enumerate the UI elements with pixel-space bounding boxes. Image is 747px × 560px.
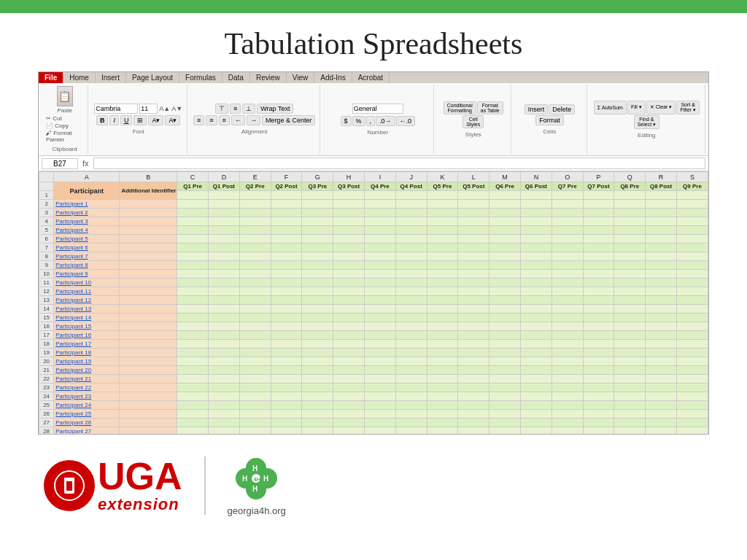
q-cell-10-9[interactable] xyxy=(458,270,489,279)
q-cell-14-5[interactable] xyxy=(333,305,365,314)
q-cell-4-9[interactable] xyxy=(458,217,489,226)
additional-id-14[interactable] xyxy=(120,305,177,314)
border-button[interactable]: ⊞ xyxy=(133,115,147,125)
q-cell-26-5[interactable] xyxy=(333,410,365,419)
q-cell-28-2[interactable] xyxy=(239,427,271,435)
q-cell-8-5[interactable] xyxy=(333,252,365,261)
q-cell-14-9[interactable] xyxy=(458,305,489,314)
q-cell-18-0[interactable] xyxy=(177,340,209,349)
q-cell-27-1[interactable] xyxy=(209,419,240,427)
q-cell-11-15[interactable] xyxy=(646,279,677,287)
q-cell-21-12[interactable] xyxy=(551,366,583,375)
q-cell-8-9[interactable] xyxy=(458,252,489,261)
q-cell-18-6[interactable] xyxy=(365,340,396,349)
q-cell-25-1[interactable] xyxy=(209,401,240,410)
q-cell-9-16[interactable] xyxy=(676,261,708,270)
q-cell-23-15[interactable] xyxy=(646,384,677,392)
participant-name-22[interactable]: Participant 21 xyxy=(54,375,120,384)
q-cell-22-9[interactable] xyxy=(458,375,489,384)
q-cell-7-13[interactable] xyxy=(583,244,614,252)
q-cell-18-1[interactable] xyxy=(209,340,240,349)
q-cell-17-7[interactable] xyxy=(395,331,427,340)
q-cell-16-5[interactable] xyxy=(333,322,365,331)
italic-button[interactable]: I xyxy=(109,115,119,125)
participant-name-17[interactable]: Participant 16 xyxy=(54,331,120,340)
q-cell-4-7[interactable] xyxy=(395,217,427,226)
q-cell-3-0[interactable] xyxy=(177,209,209,217)
q-cell-28-8[interactable] xyxy=(427,427,458,435)
q-cell-14-11[interactable] xyxy=(520,305,551,314)
q-cell-17-3[interactable] xyxy=(271,331,302,340)
q-cell-13-8[interactable] xyxy=(427,296,458,305)
q-cell-12-0[interactable] xyxy=(177,287,209,296)
q-cell-13-0[interactable] xyxy=(177,296,209,305)
q-cell-27-13[interactable] xyxy=(583,419,614,427)
q-cell-10-6[interactable] xyxy=(365,270,396,279)
cell-styles-button[interactable]: CellStyles xyxy=(462,115,484,128)
q-cell-27-5[interactable] xyxy=(333,419,365,427)
q-cell-16-6[interactable] xyxy=(365,322,396,331)
q-cell-9-15[interactable] xyxy=(646,261,677,270)
q-cell-7-16[interactable] xyxy=(676,244,708,252)
q-cell-19-8[interactable] xyxy=(427,349,458,357)
q-cell-24-13[interactable] xyxy=(583,392,614,401)
q-cell-25-11[interactable] xyxy=(520,401,551,410)
q-cell-9-3[interactable] xyxy=(271,261,302,270)
q-cell-23-2[interactable] xyxy=(239,384,271,392)
q-cell-2-6[interactable] xyxy=(365,200,396,209)
col-header-l[interactable]: L xyxy=(458,172,489,182)
tab-view[interactable]: View xyxy=(287,72,315,83)
fill-color-button[interactable]: A▾ xyxy=(148,115,163,125)
q-cell-2-0[interactable] xyxy=(177,200,209,209)
tab-insert[interactable]: Insert xyxy=(96,72,126,83)
q-cell-11-16[interactable] xyxy=(676,279,708,287)
q-cell-5-4[interactable] xyxy=(302,226,333,235)
align-left-button[interactable]: ≡ xyxy=(193,115,204,125)
participant-name-2[interactable]: Participant 1 xyxy=(54,200,120,209)
q-cell-19-0[interactable] xyxy=(177,349,209,357)
q-cell-7-14[interactable] xyxy=(614,244,646,252)
q-cell-12-7[interactable] xyxy=(395,287,427,296)
q-cell-24-16[interactable] xyxy=(676,392,708,401)
q-cell-23-11[interactable] xyxy=(520,384,551,392)
q-cell-3-4[interactable] xyxy=(302,209,333,217)
q-cell-22-5[interactable] xyxy=(333,375,365,384)
q-cell-23-8[interactable] xyxy=(427,384,458,392)
q-cell-22-0[interactable] xyxy=(177,375,209,384)
additional-id-3[interactable] xyxy=(120,209,177,217)
q-cell-8-14[interactable] xyxy=(614,252,646,261)
q-cell-16-12[interactable] xyxy=(551,322,583,331)
q-cell-9-8[interactable] xyxy=(427,261,458,270)
additional-id-27[interactable] xyxy=(120,419,177,427)
q-cell-6-8[interactable] xyxy=(427,235,458,244)
q-cell-28-4[interactable] xyxy=(302,427,333,435)
q-cell-22-8[interactable] xyxy=(427,375,458,384)
q-cell-14-1[interactable] xyxy=(209,305,240,314)
q-cell-12-13[interactable] xyxy=(583,287,614,296)
additional-id-22[interactable] xyxy=(120,375,177,384)
q-cell-21-2[interactable] xyxy=(239,366,271,375)
q-cell-7-7[interactable] xyxy=(395,244,427,252)
q-cell-5-11[interactable] xyxy=(520,226,551,235)
q-cell-2-13[interactable] xyxy=(583,200,614,209)
q-cell-11-5[interactable] xyxy=(333,279,365,287)
q-cell-22-11[interactable] xyxy=(520,375,551,384)
q-cell-13-14[interactable] xyxy=(614,296,646,305)
tab-page-layout[interactable]: Page Layout xyxy=(126,72,179,83)
fill-button[interactable]: Fill ▾ xyxy=(627,101,646,114)
q-cell-17-15[interactable] xyxy=(646,331,677,340)
q-cell-16-7[interactable] xyxy=(395,322,427,331)
additional-id-13[interactable] xyxy=(120,296,177,305)
q-cell-25-13[interactable] xyxy=(583,401,614,410)
q-cell-6-3[interactable] xyxy=(271,235,302,244)
paste-button[interactable]: 📋 Paste xyxy=(57,86,73,114)
q-cell-14-13[interactable] xyxy=(583,305,614,314)
q-cell-3-2[interactable] xyxy=(239,209,271,217)
q-cell-9-12[interactable] xyxy=(551,261,583,270)
tab-review[interactable]: Review xyxy=(250,72,287,83)
q-cell-3-16[interactable] xyxy=(676,209,708,217)
additional-id-5[interactable] xyxy=(120,226,177,235)
q-cell-17-8[interactable] xyxy=(427,331,458,340)
q-cell-7-5[interactable] xyxy=(333,244,365,252)
q-cell-7-11[interactable] xyxy=(520,244,551,252)
